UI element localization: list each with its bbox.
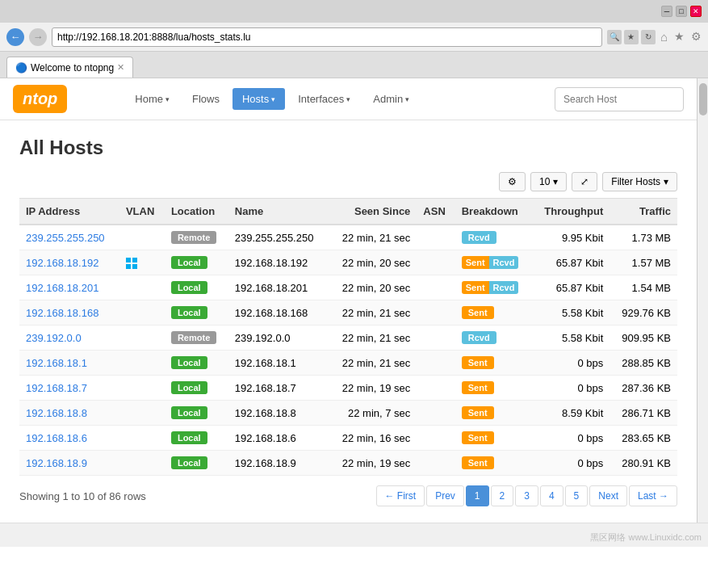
header-vlan: VLAN [119, 199, 165, 225]
first-button[interactable]: ← First [376, 485, 425, 506]
table-body: 239.255.255.250Remote239.255.255.25022 m… [19, 225, 677, 476]
watermark: 黑区网络 www.Linuxidc.com [590, 531, 702, 544]
asn-cell [417, 300, 455, 326]
sent-badge: Sent [462, 306, 494, 319]
search-host-input[interactable] [555, 87, 684, 111]
name-cell: 192.168.18.8 [228, 401, 329, 426]
breakdown-cell: SentRcvd [455, 250, 532, 275]
star-icon[interactable]: ★ [674, 30, 685, 44]
ip-link[interactable]: 192.168.18.9 [26, 457, 87, 469]
minimize-button[interactable]: ─ [661, 6, 672, 17]
seen-since-cell: 22 min, 20 sec [329, 250, 417, 275]
ip-link[interactable]: 192.168.18.201 [26, 282, 98, 294]
vlan-cell [119, 426, 165, 451]
page-1-button[interactable]: 1 [466, 485, 489, 506]
scrollbar-thumb[interactable] [699, 83, 707, 116]
seen-since-cell: 22 min, 21 sec [329, 326, 417, 351]
nav-admin[interactable]: Admin ▾ [363, 88, 419, 110]
breakdown-cell: SentRcvd [455, 275, 532, 300]
svg-rect-1 [132, 258, 137, 262]
throughput-cell: 0 bps [531, 351, 610, 376]
tab-title: Welcome to ntopng [31, 62, 114, 74]
seen-since-cell: 22 min, 7 sec [329, 401, 417, 426]
ip-link[interactable]: 192.168.18.6 [26, 432, 87, 444]
nav-home[interactable]: Home ▾ [125, 88, 179, 110]
nav-flows[interactable]: Flows [182, 88, 229, 110]
location-cell: Local [165, 351, 228, 376]
browser-tab[interactable]: 🔵 Welcome to ntopng ✕ [6, 57, 133, 78]
ip-link[interactable]: 192.168.18.192 [26, 257, 98, 269]
location-badge: Remote [171, 231, 216, 244]
address-bar[interactable] [52, 27, 602, 47]
page-2-button[interactable]: 2 [491, 485, 514, 506]
prev-button[interactable]: Prev [426, 485, 464, 506]
name-cell: 192.168.18.1 [228, 351, 329, 376]
throughput-cell: 5.58 Kbit [531, 326, 610, 351]
vlan-cell [119, 376, 165, 401]
search-icon[interactable]: 🔍 [607, 30, 622, 44]
location-cell: Local [165, 300, 228, 326]
page-5-button[interactable]: 5 [565, 485, 589, 506]
breakdown-cell: Sent [455, 401, 532, 426]
scrollbar[interactable] [697, 78, 708, 523]
browser-titlebar: ─ □ ✕ [0, 0, 708, 23]
seen-since-cell: 22 min, 21 sec [329, 351, 417, 376]
page-4-button[interactable]: 4 [540, 485, 563, 506]
pagination-row: Showing 1 to 10 of 86 rows ← First Prev … [19, 485, 677, 506]
vlan-cell [119, 250, 165, 275]
expand-icon: ⤢ [580, 176, 589, 187]
bookmark-icon[interactable]: ★ [624, 30, 639, 44]
throughput-cell: 9.95 Kbit [531, 225, 610, 250]
throughput-cell: 5.58 Kbit [531, 300, 610, 326]
name-cell: 192.168.18.201 [228, 275, 329, 300]
traffic-cell: 287.36 KB [610, 376, 677, 401]
traffic-cell: 288.85 KB [610, 351, 677, 376]
tab-close-button[interactable]: ✕ [117, 62, 124, 73]
browser-tabs: 🔵 Welcome to ntopng ✕ [0, 52, 708, 78]
expand-button[interactable]: ⤢ [572, 172, 597, 191]
watermark-area: 黑区网络 www.Linuxidc.com [0, 523, 708, 547]
browser-toolbar: ← → 🔍 ★ ↻ ⌂ ★ ⚙ [0, 23, 708, 52]
location-cell: Local [165, 401, 228, 426]
name-cell: 192.168.18.9 [228, 451, 329, 476]
vlan-cell [119, 225, 165, 250]
header-seen-since: Seen Since [329, 199, 417, 225]
table-row: 192.168.18.7Local192.168.18.722 min, 19 … [19, 376, 677, 401]
nav-hosts[interactable]: Hosts ▾ [233, 88, 285, 110]
close-button[interactable]: ✕ [690, 6, 702, 17]
breakdown-cell: Sent [455, 376, 532, 401]
next-button[interactable]: Next [589, 485, 627, 506]
maximize-button[interactable]: □ [676, 6, 687, 17]
name-cell: 192.168.18.168 [228, 300, 329, 326]
windows-icon [126, 256, 137, 268]
filter-hosts-button[interactable]: Filter Hosts ▾ [602, 172, 677, 191]
asn-cell [417, 351, 455, 376]
vlan-cell [119, 300, 165, 326]
ip-link[interactable]: 192.168.18.7 [26, 382, 87, 394]
ip-link[interactable]: 192.168.18.168 [26, 307, 98, 319]
seen-since-cell: 22 min, 21 sec [329, 225, 417, 250]
rows-dropdown[interactable]: 10 ▾ [530, 172, 567, 191]
sent-badge: Sent [462, 356, 494, 369]
throughput-cell: 0 bps [531, 376, 610, 401]
header-name: Name [228, 199, 329, 225]
ip-link[interactable]: 239.192.0.0 [26, 332, 82, 344]
ip-link[interactable]: 192.168.18.8 [26, 407, 87, 419]
last-button[interactable]: Last → [629, 485, 677, 506]
ip-link[interactable]: 192.168.18.1 [26, 357, 87, 369]
interfaces-caret: ▾ [346, 95, 350, 103]
nav-interfaces[interactable]: Interfaces ▾ [288, 88, 360, 110]
asn-cell [417, 326, 455, 351]
home-icon[interactable]: ⌂ [660, 30, 668, 44]
refresh-icon[interactable]: ↻ [641, 30, 656, 44]
settings-button[interactable]: ⚙ [499, 172, 526, 191]
location-cell: Local [165, 275, 228, 300]
filter-hosts-label: Filter Hosts [611, 176, 660, 187]
asn-cell [417, 225, 455, 250]
page-3-button[interactable]: 3 [515, 485, 538, 506]
gear-icon[interactable]: ⚙ [691, 30, 702, 44]
hosts-table: IP Address VLAN Location Name Seen Since… [19, 198, 677, 476]
forward-button[interactable]: → [29, 28, 47, 46]
ip-link[interactable]: 239.255.255.250 [26, 232, 105, 244]
back-button[interactable]: ← [6, 28, 24, 46]
